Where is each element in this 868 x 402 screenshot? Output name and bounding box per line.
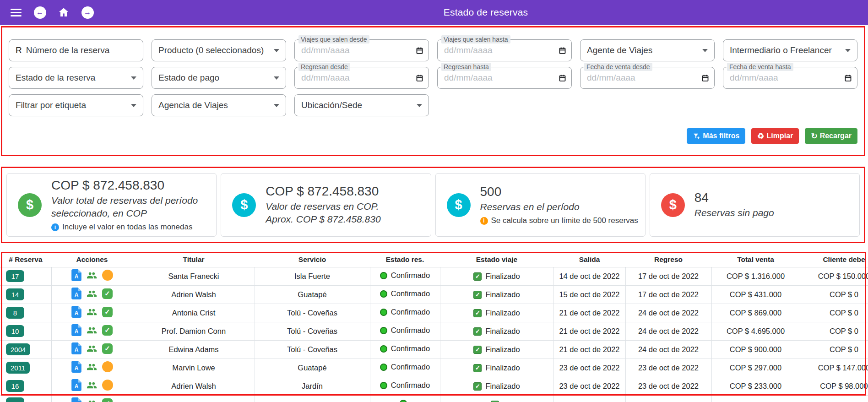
filter-salen-hasta-date[interactable]: Viajes que salen hasta dd/mm/aaaa: [437, 39, 572, 61]
pending-payment-icon[interactable]: [102, 270, 113, 281]
card-reservas-cop: $ COP $ 872.458.830 Valor de reservas en…: [221, 173, 431, 237]
date-placeholder: dd/mm/aaaa: [444, 45, 493, 55]
regreso-cell: 23 de oct de 2022: [625, 377, 711, 395]
calendar-icon[interactable]: [416, 74, 423, 85]
menu-icon[interactable]: [9, 5, 23, 19]
reservation-id-badge[interactable]: 8: [6, 307, 24, 319]
passengers-icon[interactable]: [85, 307, 98, 317]
estado-res-cell: [370, 395, 440, 402]
regreso-cell: 24 de oct de 2022: [625, 322, 711, 340]
pdf-icon[interactable]: A: [71, 324, 81, 336]
reservation-id-badge[interactable]: 14: [6, 288, 24, 300]
dollar-icon: $: [447, 193, 471, 217]
calendar-icon[interactable]: [559, 74, 566, 85]
paid-check-icon[interactable]: ✓: [102, 288, 113, 299]
date-placeholder: dd/mm/aaaa: [587, 73, 635, 83]
pending-payment-icon[interactable]: [102, 361, 113, 372]
paid-check-icon[interactable]: ✓: [102, 398, 113, 402]
filter-salen-desde-date[interactable]: Viajes que salen desde dd/mm/aaaa: [294, 39, 429, 61]
total-venta-cell: COP $ 4.695.000: [711, 322, 800, 340]
chevron-down-icon: [131, 76, 136, 80]
finished-check-icon: ✓: [473, 327, 482, 336]
pdf-icon[interactable]: A: [71, 288, 81, 299]
filter-venta-desde-date[interactable]: Fecha de venta desde dd/mm/aaaa: [580, 67, 715, 89]
finished-check-icon: ✓: [473, 309, 482, 317]
pdf-icon[interactable]: A: [71, 306, 81, 318]
filter-venta-hasta-date[interactable]: Fecha de venta hasta dd/mm/aaaa: [723, 67, 857, 89]
calendar-icon[interactable]: [701, 74, 709, 85]
top-app-bar: ← → Estado de reservas: [0, 0, 868, 25]
paid-check-icon[interactable]: ✓: [102, 307, 113, 317]
servicio-cell: [255, 395, 370, 402]
filter-producto-select[interactable]: Producto (0 seleccionados): [152, 39, 286, 61]
reload-button[interactable]: ↻ Recargar: [805, 128, 857, 144]
filter-agente-select[interactable]: Agente de Viajes: [580, 39, 715, 61]
date-placeholder: dd/mm/aaaa: [730, 73, 778, 83]
pdf-icon[interactable]: A: [71, 269, 81, 281]
filter-estado-pago-select[interactable]: Estado de pago: [152, 67, 286, 89]
card-value: COP $ 872.458.830: [51, 178, 209, 193]
pending-payment-icon[interactable]: [102, 380, 113, 391]
pdf-icon[interactable]: A: [71, 397, 81, 402]
calendar-icon[interactable]: [844, 74, 852, 85]
chevron-down-icon: [417, 104, 422, 107]
clear-filters-button[interactable]: ♻ Limpiar: [751, 128, 799, 144]
filter-agencia-select[interactable]: Agencia de Viajes: [152, 94, 286, 116]
filter-regresan-desde-date[interactable]: Regresan desde dd/mm/aaaa: [294, 67, 429, 89]
titular-cell: Marvin Lowe: [133, 359, 255, 377]
pdf-icon[interactable]: A: [71, 379, 81, 391]
svg-text:A: A: [74, 365, 78, 371]
filter-estado-reserva-select[interactable]: Estado de la reserva: [9, 67, 143, 89]
paid-check-icon[interactable]: ✓: [102, 343, 113, 354]
reservation-id-badge[interactable]: [6, 397, 24, 402]
col-cliente-debe: Cliente debe: [800, 253, 868, 267]
filter-regresan-hasta-date[interactable]: Regresan hasta dd/mm/aaaa: [437, 67, 572, 89]
reservation-id-badge[interactable]: 2011: [6, 362, 30, 374]
filter-intermediario-select[interactable]: Intermediario o Freelancer: [723, 39, 857, 61]
passengers-icon[interactable]: [85, 398, 98, 402]
table-row: 2004A✓Edwina AdamsTolú - CoveñasConfirma…: [0, 340, 868, 359]
calendar-icon[interactable]: [416, 46, 423, 57]
confirmed-dot-icon: [380, 364, 387, 371]
filter-ubicacion-select[interactable]: Ubicación/Sede: [294, 94, 429, 116]
passengers-icon[interactable]: [85, 270, 98, 281]
salida-cell: 23 de oct de 2022: [553, 377, 625, 395]
passengers-icon[interactable]: [85, 343, 98, 354]
reservation-id-badge[interactable]: 16: [6, 380, 24, 392]
back-button[interactable]: ←: [33, 5, 47, 19]
card-total-reservas: $ COP $ 872.458.830 Valor total de reser…: [6, 173, 217, 237]
reservation-id-badge[interactable]: 10: [6, 325, 24, 337]
table-row: 2011AMarvin LoweGuatapéConfirmado✓Finali…: [0, 359, 868, 377]
col-estado-res: Estado res.: [370, 253, 440, 267]
confirmed-dot-icon: [380, 327, 387, 334]
paid-check-icon[interactable]: ✓: [102, 325, 113, 336]
passengers-icon[interactable]: [85, 288, 98, 299]
col-total-venta: Total venta: [711, 253, 800, 267]
forward-button[interactable]: →: [81, 5, 94, 19]
confirmed-dot-icon: [380, 272, 387, 279]
estado-viaje-cell: ✓: [440, 395, 553, 402]
reserva-placeholder: Número de la reserva: [26, 45, 110, 55]
pdf-icon[interactable]: A: [71, 342, 81, 354]
passengers-icon[interactable]: [85, 325, 98, 336]
confirmed-dot-icon: [380, 382, 387, 389]
passengers-icon[interactable]: [85, 362, 98, 372]
regreso-cell: 17 de oct de 2022: [625, 267, 711, 285]
chevron-down-icon: [274, 76, 279, 80]
pdf-icon[interactable]: A: [71, 361, 81, 373]
total-venta-cell: COP $ 233.000: [711, 377, 800, 395]
home-button[interactable]: [57, 5, 71, 19]
reservation-id-badge[interactable]: 17: [6, 270, 24, 282]
passengers-icon[interactable]: [85, 380, 98, 391]
chevron-down-icon: [274, 104, 279, 107]
filter-numero-reserva-input[interactable]: R Número de la reserva: [9, 39, 143, 61]
filter-etiqueta-select[interactable]: Filtrar por etiqueta: [9, 94, 143, 116]
finished-check-icon: ✓: [473, 364, 482, 372]
calendar-icon[interactable]: [559, 46, 566, 57]
warning-icon: i: [480, 217, 488, 225]
more-filters-button[interactable]: Más filtros: [687, 128, 745, 144]
col-acciones: Acciones: [51, 253, 133, 267]
card-description: Valor total de reservas del período sele…: [51, 194, 209, 220]
reservation-id-badge[interactable]: 2004: [6, 343, 30, 355]
total-venta-cell: COP $ 900.000: [711, 340, 800, 359]
